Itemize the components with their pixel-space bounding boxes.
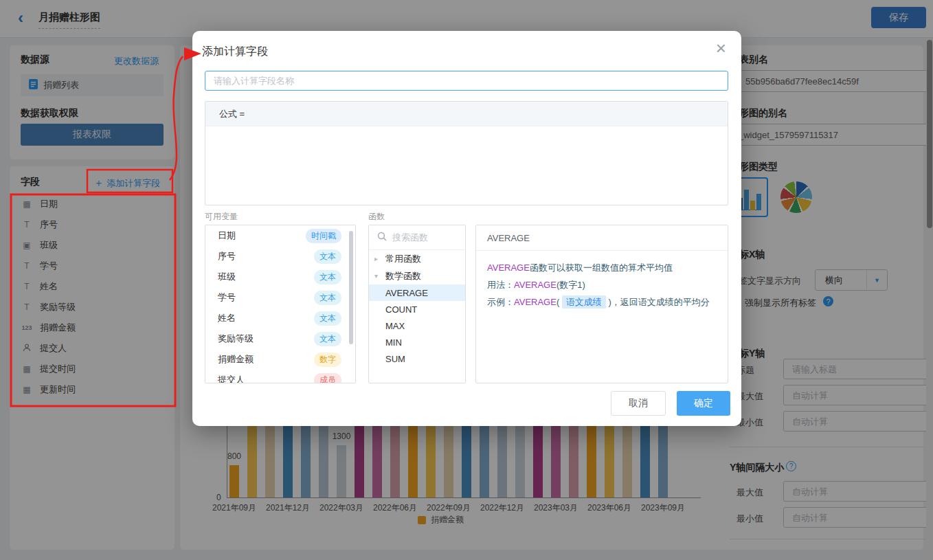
- variables-label: 可用变量: [205, 211, 238, 223]
- variable-type-badge: 文本: [314, 332, 341, 346]
- app-window: ‹ 月捐赠柱形图 保存 数据源 更改数据源 捐赠列表 数据获取权限 报表权限 字…: [0, 0, 933, 560]
- variable-type-badge: 文本: [314, 311, 341, 326]
- variable-item[interactable]: 提交人成员: [205, 370, 355, 383]
- confirm-button[interactable]: 确定: [677, 391, 730, 416]
- function-group-label: 数学函数: [385, 270, 421, 282]
- function-group[interactable]: ▸常用函数: [369, 250, 465, 267]
- function-item[interactable]: COUNT: [369, 301, 465, 317]
- function-item[interactable]: AVERAGE: [369, 284, 465, 301]
- variable-name: 序号: [218, 250, 236, 262]
- variable-item[interactable]: 班级文本: [205, 267, 355, 287]
- functions-label: 函数: [368, 211, 385, 223]
- chevron-right-icon: ▸: [374, 255, 381, 262]
- formula-label: 公式 =: [205, 102, 728, 126]
- add-calc-field-dialog: 添加计算字段 × 公式 = 可用变量 日期时间戳序号文本班级文本学号文本姓名文本…: [192, 31, 741, 426]
- example-field-chip: 语文成绩: [562, 295, 606, 309]
- calc-field-name-input[interactable]: [205, 71, 728, 91]
- function-group-label: 常用函数: [385, 253, 421, 265]
- variable-name: 捐赠金额: [218, 353, 254, 366]
- variables-scrollbar[interactable]: [349, 231, 353, 344]
- variable-name: 班级: [218, 271, 236, 283]
- variable-name: 奖励等级: [218, 333, 254, 345]
- functions-list: 搜索函数 ▸常用函数▾数学函数AVERAGECOUNTMAXMINSUM: [368, 225, 466, 383]
- variable-type-badge: 文本: [314, 270, 341, 284]
- variable-item[interactable]: 学号文本: [205, 287, 355, 308]
- variable-item[interactable]: 序号文本: [205, 246, 355, 267]
- function-group[interactable]: ▾数学函数: [369, 267, 465, 284]
- function-summary: AVERAGE函数可以获取一组数值的算术平均值: [487, 259, 717, 276]
- variable-type-badge: 文本: [314, 249, 341, 264]
- function-example: 示例：AVERAGE( 语文成绩 )，返回语文成绩的平均分: [487, 293, 717, 311]
- variable-item[interactable]: 姓名文本: [205, 308, 355, 328]
- variable-type-badge: 成员: [314, 373, 341, 384]
- variable-type-badge: 文本: [314, 291, 341, 305]
- formula-editor[interactable]: 公式 =: [205, 101, 728, 205]
- function-item[interactable]: MAX: [369, 317, 465, 334]
- variable-name: 提交人: [218, 374, 245, 383]
- function-name-header: AVERAGE: [476, 225, 728, 251]
- search-icon: [377, 232, 387, 243]
- function-tree: ▸常用函数▾数学函数AVERAGECOUNTMAXMINSUM: [369, 250, 465, 367]
- close-icon[interactable]: ×: [716, 39, 726, 57]
- function-item[interactable]: SUM: [369, 350, 465, 367]
- chevron-down-icon: ▾: [374, 272, 381, 280]
- function-search-placeholder: 搜索函数: [392, 232, 428, 244]
- variable-type-badge: 时间戳: [306, 229, 341, 243]
- variable-item[interactable]: 捐赠金额数字: [205, 349, 355, 370]
- cancel-button[interactable]: 取消: [611, 391, 666, 416]
- function-search[interactable]: 搜索函数: [369, 225, 465, 250]
- variable-name: 日期: [218, 229, 236, 242]
- variable-item[interactable]: 日期时间戳: [205, 225, 355, 246]
- variable-name: 姓名: [218, 312, 236, 324]
- variable-item[interactable]: 奖励等级文本: [205, 328, 355, 349]
- function-description: AVERAGE AVERAGE函数可以获取一组数值的算术平均值 用法：AVERA…: [475, 225, 728, 383]
- variables-list: 日期时间戳序号文本班级文本学号文本姓名文本奖励等级文本捐赠金额数字提交人成员: [205, 225, 356, 383]
- dialog-title: 添加计算字段: [202, 45, 268, 59]
- function-item[interactable]: MIN: [369, 334, 465, 350]
- variable-name: 学号: [218, 291, 236, 304]
- function-usage: 用法：AVERAGE(数字1): [487, 276, 717, 293]
- variable-type-badge: 数字: [314, 352, 341, 367]
